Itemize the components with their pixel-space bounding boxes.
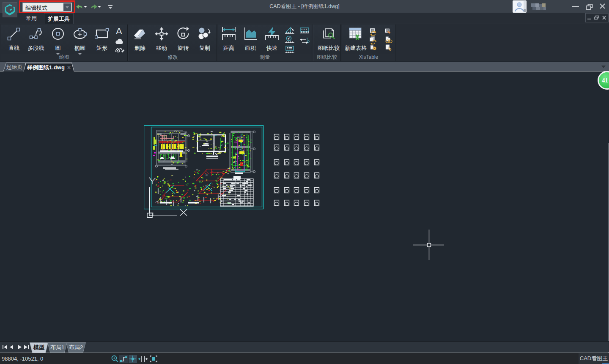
svg-text:A: A	[116, 26, 122, 36]
